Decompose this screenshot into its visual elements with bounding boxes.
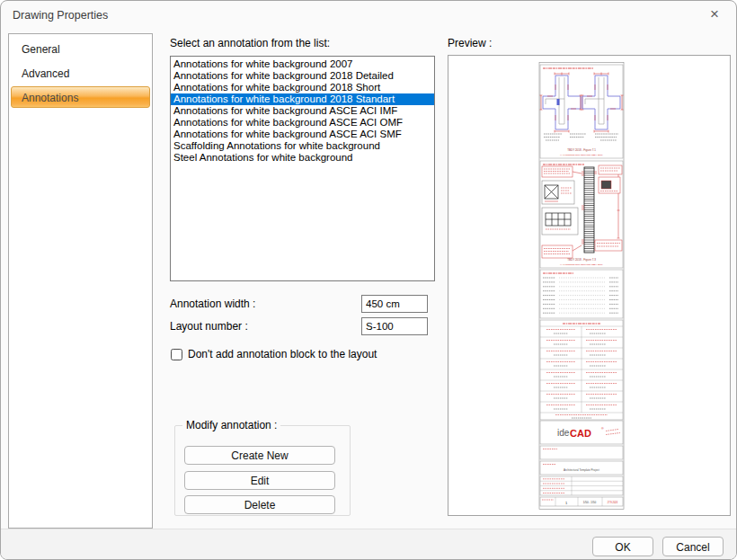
figure-caption-1: TBDY 2018 - Figure 7.1 — [567, 148, 596, 152]
ok-button[interactable]: OK — [592, 537, 653, 556]
dont-add-annotation-row: Don't add annotation block to the layout — [171, 348, 377, 360]
column-detail-panel: TBDY 2018 - Figure 7.3 ** All conditions… — [540, 161, 623, 268]
annotation-sheet-svg: TBDY 2018 - Figure 7.1 ** All conditions… — [537, 62, 626, 510]
logo-cad-text: CAD — [570, 428, 591, 439]
sheet-date-text: 27.9.2024 — [608, 501, 618, 504]
modify-annotation-legend: Modify annotation : — [182, 419, 280, 431]
preview-panel: TBDY 2018 - Figure 7.1 ** All conditions… — [448, 55, 731, 516]
joint-details-panel: TBDY 2018 - Figure 7.1 ** All conditions… — [540, 65, 624, 158]
layout-number-input[interactable] — [361, 317, 428, 335]
modify-annotation-group: Modify annotation : Create New Edit Dele… — [174, 425, 351, 516]
annotation-list-item[interactable]: Annotations for white background ASCE AC… — [171, 117, 434, 129]
sidebar-item-general[interactable]: General — [11, 38, 150, 59]
delete-button[interactable]: Delete — [184, 495, 335, 514]
sidebar-item-annotations[interactable]: Annotations — [11, 86, 150, 108]
annotation-list-label: Select an annotation from the list: — [170, 37, 330, 49]
dont-add-annotation-label: Don't add annotation block to the layout — [188, 348, 377, 360]
sidebar-item-advanced[interactable]: Advanced — [11, 62, 150, 84]
annotation-list-item[interactable]: Scaffolding Annotations for white backgr… — [171, 140, 434, 152]
dont-add-annotation-checkbox[interactable] — [171, 349, 182, 360]
figure-caption-2: TBDY 2018 - Figure 7.3 — [567, 258, 596, 262]
close-icon[interactable]: × — [705, 1, 724, 28]
annotation-list-item[interactable]: Annotations for white background 2018 Sh… — [171, 82, 434, 93]
title-block: ide CAD ® Architectural Template Project — [540, 421, 623, 506]
create-new-button[interactable]: Create New — [184, 446, 335, 465]
project-info-tables — [540, 320, 623, 420]
sheet-scale-text: 1/50 - 1/50 — [583, 501, 597, 504]
annotation-listbox[interactable]: Annotations for white background 2007 An… — [170, 56, 435, 281]
title-bar: Drawing Properties × — [1, 1, 736, 30]
dialog-footer: OK Cancel — [1, 529, 736, 560]
figure-footnote-1: ** All conditions were taken from TBDY 2… — [560, 154, 603, 156]
edit-button[interactable]: Edit — [184, 471, 335, 490]
annotation-sheet-preview: TBDY 2018 - Figure 7.1 ** All conditions… — [537, 62, 626, 513]
annotation-list-item[interactable]: Steel Annotations for white background — [171, 152, 434, 164]
figure-footnote-2: ** All conditions were taken from TBDY 2… — [560, 263, 603, 266]
category-sidebar: General Advanced Annotations — [8, 33, 153, 529]
annotation-list-item[interactable]: Annotations for white background ASCE AC… — [171, 129, 434, 140]
window-title: Drawing Properties — [13, 1, 108, 30]
annotation-width-label: Annotation width : — [170, 298, 255, 310]
logo-registered-mark: ® — [601, 427, 604, 431]
preview-label: Preview : — [448, 37, 492, 49]
logo-ide-text: ide — [557, 428, 570, 438]
line-legend-panel — [540, 270, 623, 318]
project-title-text: Architectural Template Project — [564, 468, 599, 472]
drawing-properties-dialog: Drawing Properties × General Advanced An… — [0, 0, 737, 560]
annotation-width-input[interactable] — [361, 295, 428, 313]
cancel-button[interactable]: Cancel — [662, 537, 724, 556]
annotation-list-item[interactable]: Annotations for white background ASCE AC… — [171, 105, 434, 117]
annotation-list-item-selected[interactable]: Annotations for white background 2018 St… — [171, 93, 434, 105]
layout-number-label: Layout number : — [170, 320, 248, 333]
annotation-list-item[interactable]: Annotations for white background 2007 — [171, 58, 434, 70]
annotation-list-item[interactable]: Annotations for white background 2018 De… — [171, 70, 434, 82]
